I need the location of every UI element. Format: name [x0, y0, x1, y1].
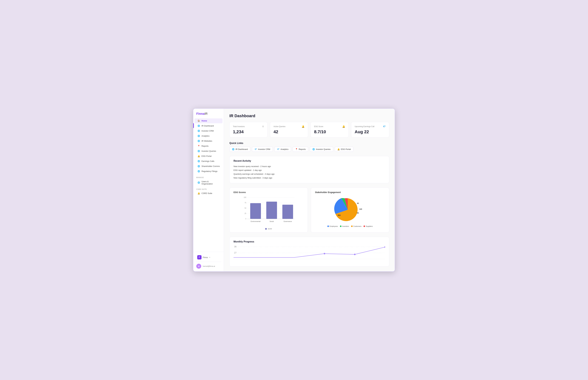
activity-item-0: New investor query received - 2 hours ag…	[234, 164, 385, 168]
legend-suppliers: Suppliers	[364, 225, 373, 227]
quick-link-ql-investor-crm[interactable]: 💎 Investor CRM	[252, 147, 273, 152]
svg-text:Social: Social	[269, 221, 274, 222]
ql-investor-crm-label: Investor CRM	[258, 148, 270, 150]
score-label: score	[268, 228, 272, 230]
esg-chart-card: ESG Scores 100 75 50 25 0	[229, 188, 308, 232]
quick-links: 🌐 IR Dashboard 💎 Investor CRM 💎 Analytic…	[229, 147, 389, 152]
monthly-progress-card: Monthly Progress 36 27	[229, 237, 389, 266]
quick-link-ql-ir-dashboard[interactable]: 🌐 IR Dashboard	[229, 147, 250, 152]
line-point-1	[324, 253, 325, 254]
bell-icon-csrd: 🔔	[198, 192, 200, 195]
user-avatar-circle: H	[196, 264, 201, 269]
chevron-down-icon: ▾	[209, 256, 210, 258]
sidebar-label-esg-portal: ESG Portal	[202, 155, 211, 157]
reports-icon: 📍	[198, 145, 200, 147]
logo-suffix: IR	[204, 112, 207, 115]
sidebar-item-ir-dashboard[interactable]: 🌐 IR Dashboard	[194, 123, 223, 128]
sidebar-item-home[interactable]: 🏠 Home	[194, 118, 223, 123]
monthly-chart: 36 27	[234, 245, 385, 264]
charts-row: ESG Scores 100 75 50 25 0	[229, 188, 389, 232]
svg-text:25: 25	[244, 213, 246, 214]
investors-label: Investors	[342, 225, 349, 227]
ql-investor-queries-icon: 🌐	[312, 148, 315, 150]
customers-dot	[351, 226, 353, 227]
ql-reports-label: Reports	[299, 148, 306, 150]
svg-text:0: 0	[245, 218, 246, 220]
employees-label: Employees	[329, 225, 338, 227]
pie-label-120: 120	[359, 208, 362, 210]
stat-card-total-investors: Total Investors ⚙ 1,234	[229, 122, 267, 137]
sidebar-label-investor-crm: Investor CRM	[202, 130, 214, 132]
pie-label-45: 45	[357, 202, 359, 204]
sidebar-label-reports: Reports	[202, 145, 209, 147]
user-avatar-sq: F	[197, 255, 202, 259]
user-email-label: hamed@finna.ai	[203, 265, 215, 267]
line-point-3	[384, 246, 385, 248]
line-point-2	[354, 254, 356, 255]
stat-label-esg-score: ESG Score	[314, 125, 323, 128]
quick-link-ql-reports[interactable]: 📍 Reports	[293, 147, 308, 152]
score-dot	[265, 228, 267, 230]
sidebar-item-reports[interactable]: 📍 Reports	[194, 144, 223, 149]
globe-icon: 🌐	[198, 181, 200, 184]
sidebar-item-users-org[interactable]: 🌐 Users & Organization	[194, 179, 223, 186]
recent-activity-title: Recent Activity	[234, 160, 385, 162]
sidebar-item-investor-queries[interactable]: 🌐 Investor Queries	[194, 149, 223, 153]
investors-dot	[340, 226, 342, 227]
user-menu-button[interactable]: F Finna ▾	[196, 254, 221, 261]
quick-links-title: Quick Links	[229, 142, 389, 145]
sidebar-item-csrd[interactable]: 🔔 CSRD Suite	[194, 191, 223, 196]
esg-bar-chart: 100 75 50 25 0 Environmental Social	[234, 196, 304, 227]
page-title: IR Dashboard	[229, 114, 389, 118]
sidebar-item-shareholder-comms[interactable]: 🌐 Shareholder Comms	[194, 164, 223, 169]
quick-link-ql-investor-queries[interactable]: 🌐 Investor Queries	[310, 147, 333, 152]
employees-dot	[327, 226, 329, 227]
sidebar-label-regulatory-filings: Regulatory Filings	[202, 170, 217, 172]
activity-item-1: ESG report updated - 1 day ago	[234, 168, 385, 172]
stat-label-upcoming-call: Upcoming Earnings Call	[355, 125, 374, 128]
svg-text:36: 36	[234, 245, 237, 248]
suppliers-label: Suppliers	[366, 225, 373, 227]
stat-label-active-queries: Active Queries	[273, 125, 285, 128]
ql-reports-icon: 📍	[295, 148, 298, 150]
sidebar-label-csrd: CSRD Suite	[202, 192, 212, 194]
sidebar-item-investor-crm[interactable]: 🌐 Investor CRM	[194, 129, 223, 133]
investor-crm-icon: 🌐	[198, 130, 200, 132]
ir-dashboard-icon: 🌐	[198, 125, 200, 127]
svg-text:Environmental: Environmental	[251, 221, 261, 222]
svg-text:50: 50	[244, 207, 246, 209]
esg-portal-icon: 🔔	[198, 155, 200, 157]
stat-icon-esg-score: 🔔	[342, 125, 345, 128]
sidebar-label-analytics: Analytics	[202, 135, 209, 137]
quick-link-ql-esg-portal[interactable]: 🔔 ESG Portal	[335, 147, 353, 152]
stat-icon-total-investors: ⚙	[262, 125, 264, 128]
sidebar-item-ir-websites[interactable]: 🌐 IR Websites	[194, 139, 223, 144]
sidebar-item-regulatory-filings[interactable]: 🌐 Regulatory Filings	[194, 169, 223, 174]
stat-icon-active-queries: 🔔	[302, 125, 304, 128]
csrd-section-label: CSRD SUITE	[193, 186, 224, 191]
ql-ir-dashboard-icon: 🌐	[232, 148, 234, 150]
manage-section-label: MANAGE	[193, 174, 224, 179]
sidebar-label-users-org: Users & Organization	[202, 180, 220, 185]
ql-investor-crm-icon: 💎	[255, 148, 257, 150]
quick-link-ql-analytics[interactable]: 💎 Analytics	[274, 147, 291, 152]
bar-environmental	[250, 203, 261, 219]
app-logo: Finna IR	[193, 109, 224, 118]
stat-card-upcoming-call: Upcoming Earnings Call 💎 Aug 22	[351, 122, 389, 137]
sidebar-item-analytics[interactable]: 🌐 Analytics	[194, 133, 223, 138]
svg-text:27: 27	[234, 251, 237, 254]
sidebar-item-earnings-calls[interactable]: 🌐 Earnings Calls	[194, 159, 223, 164]
stat-value-active-queries: 42	[273, 129, 304, 134]
user-email-row: H hamed@finna.ai	[196, 263, 221, 269]
svg-text:Governance: Governance	[284, 221, 292, 222]
recent-activity-card: Recent Activity New investor query recei…	[229, 156, 389, 183]
active-indicator	[193, 123, 194, 128]
stat-header-esg-score: ESG Score 🔔	[314, 125, 345, 128]
stat-value-esg-score: 8.7/10	[314, 129, 345, 134]
sidebar-item-esg-portal[interactable]: 🔔 ESG Portal	[194, 154, 223, 159]
sidebar-bottom: F Finna ▾ H hamed@finna.ai	[193, 252, 224, 271]
sidebar-label-ir-dashboard: IR Dashboard	[202, 125, 214, 127]
legend-investors: Investors	[340, 225, 349, 227]
stat-card-active-queries: Active Queries 🔔 42	[270, 122, 308, 137]
legend-customers: Customers	[351, 225, 361, 227]
